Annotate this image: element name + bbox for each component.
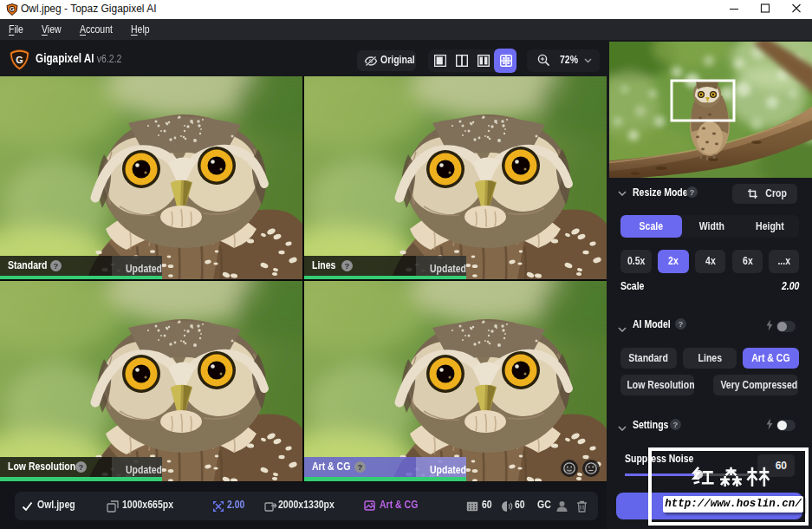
svg-text:G: G bbox=[16, 55, 23, 65]
svg-text:G: G bbox=[10, 5, 15, 13]
